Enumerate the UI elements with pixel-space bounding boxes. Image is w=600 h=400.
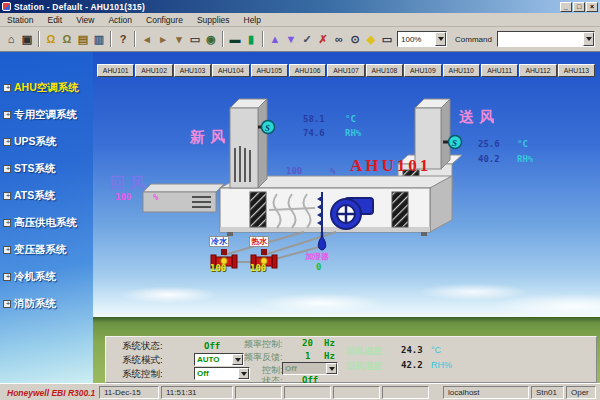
menu-view[interactable]: View bbox=[69, 15, 101, 25]
tree-expand-icon bbox=[3, 138, 11, 146]
connect-station-icon[interactable]: ⌂ bbox=[3, 31, 19, 48]
zoom-magnifier-icon[interactable]: ⊙ bbox=[347, 31, 363, 48]
sidebar-item-ats-system[interactable]: ATS系统 bbox=[3, 187, 93, 205]
tree-expand-icon bbox=[3, 246, 11, 254]
return-temp-value: 24.3 bbox=[401, 345, 423, 355]
return-temp-label: 回风温度: bbox=[346, 345, 385, 358]
network-monitor-icon[interactable]: ▬ bbox=[227, 31, 243, 48]
sidebar-item-ups-system[interactable]: UPS系统 bbox=[3, 133, 93, 151]
fresh-air-rh: 74.6 bbox=[303, 128, 325, 138]
system-status-icon[interactable]: ▥ bbox=[91, 31, 107, 48]
menu-configure[interactable]: Configure bbox=[139, 15, 190, 25]
accept-icon[interactable]: ✓ bbox=[299, 31, 315, 48]
statusbar-empty-3 bbox=[333, 386, 380, 399]
tab-ahu106[interactable]: AHU106 bbox=[289, 64, 326, 77]
ahu-diagram: S S bbox=[93, 52, 600, 383]
system-status-value: Off bbox=[204, 341, 220, 351]
station-display-icon[interactable]: ▣ bbox=[19, 31, 35, 48]
alarm-ack-icon[interactable]: Ω bbox=[59, 31, 75, 48]
sensor-icon: S bbox=[262, 121, 275, 134]
menu-edit[interactable]: Edit bbox=[40, 15, 69, 25]
locate-diamond-icon[interactable]: ◆ bbox=[363, 31, 379, 48]
chevron-down-icon[interactable] bbox=[583, 32, 594, 46]
sidebar-item-ahu-ac-system[interactable]: AHU空调系统 bbox=[3, 79, 93, 97]
command-label: Command bbox=[455, 35, 492, 44]
control-select[interactable]: Off bbox=[282, 362, 338, 375]
system-status-label: 系统状态: bbox=[122, 340, 163, 353]
help-icon[interactable]: ? bbox=[115, 31, 131, 48]
raise-icon[interactable]: ▲ bbox=[267, 31, 283, 48]
tab-ahu102[interactable]: AHU102 bbox=[135, 64, 172, 77]
system-control-select[interactable]: Off bbox=[194, 367, 250, 380]
associated-page-icon[interactable]: ▾ bbox=[171, 31, 187, 48]
sidebar-item-hv-power-system[interactable]: 高压供电系统 bbox=[3, 214, 93, 232]
menu-station[interactable]: Station bbox=[0, 15, 40, 25]
tab-ahu103[interactable]: AHU103 bbox=[174, 64, 211, 77]
command-input[interactable] bbox=[497, 31, 595, 47]
tab-ahu111[interactable]: AHU111 bbox=[481, 64, 518, 77]
tree-expand-icon bbox=[3, 192, 11, 200]
tab-ahu113[interactable]: AHU113 bbox=[558, 64, 595, 77]
statusbar-host: localhost bbox=[443, 386, 529, 399]
tab-ahu105[interactable]: AHU105 bbox=[251, 64, 288, 77]
capture-icon[interactable]: ◉ bbox=[203, 31, 219, 48]
sidebar-item-chiller-system[interactable]: 冷机系统 bbox=[3, 268, 93, 286]
chevron-down-icon[interactable] bbox=[435, 32, 446, 46]
title-bar: Station - Default - AHU101(315) _ □ × bbox=[0, 0, 600, 13]
status-label: 状态: bbox=[262, 375, 283, 383]
return-temp-unit: °C bbox=[431, 345, 441, 355]
humidifier-label: 加湿器 bbox=[305, 251, 329, 262]
tab-ahu107[interactable]: AHU107 bbox=[327, 64, 364, 77]
tab-ahu109[interactable]: AHU109 bbox=[404, 64, 441, 77]
chevron-down-icon[interactable] bbox=[232, 354, 243, 365]
fresh-damper-unit: % bbox=[330, 166, 335, 176]
sidebar-item-fire-system[interactable]: 消防系统 bbox=[3, 295, 93, 313]
menu-action[interactable]: Action bbox=[101, 15, 139, 25]
close-button[interactable]: × bbox=[586, 2, 598, 12]
statusbar-empty-2 bbox=[284, 386, 331, 399]
return-rh-value: 42.2 bbox=[401, 360, 423, 370]
tab-ahu112[interactable]: AHU112 bbox=[519, 64, 556, 77]
filter-section bbox=[392, 192, 408, 227]
reject-icon[interactable]: ✗ bbox=[315, 31, 331, 48]
zoom-select[interactable]: 100% bbox=[397, 31, 447, 47]
tree-expand-icon bbox=[3, 84, 11, 92]
fresh-air-duct bbox=[230, 99, 267, 188]
sidebar-item-label: 消防系统 bbox=[14, 297, 56, 311]
statusbar-station: Stn01 bbox=[531, 386, 564, 399]
sidebar-item-label: 变压器系统 bbox=[14, 243, 67, 257]
page-forward-icon[interactable]: ▸ bbox=[155, 31, 171, 48]
chevron-down-icon[interactable] bbox=[238, 368, 249, 379]
minimize-button[interactable]: _ bbox=[560, 2, 572, 12]
tab-ahu101[interactable]: AHU101 bbox=[97, 64, 134, 77]
tab-ahu110[interactable]: AHU110 bbox=[443, 64, 480, 77]
menu-supplies[interactable]: Supplies bbox=[190, 15, 237, 25]
trend-bars-icon[interactable]: ▮ bbox=[243, 31, 259, 48]
tab-ahu104[interactable]: AHU104 bbox=[212, 64, 249, 77]
system-mode-select[interactable]: AUTO bbox=[194, 353, 244, 366]
binoculars-search-icon[interactable]: ∞ bbox=[331, 31, 347, 48]
maximize-button[interactable]: □ bbox=[573, 2, 585, 12]
supply-air-rh: 40.2 bbox=[478, 154, 500, 164]
chevron-down-icon[interactable] bbox=[326, 363, 337, 374]
tree-expand-icon bbox=[3, 111, 11, 119]
alarm-page-icon[interactable]: Ω bbox=[43, 31, 59, 48]
menu-help[interactable]: Help bbox=[237, 15, 268, 25]
system-control-value: Off bbox=[195, 368, 238, 379]
toolbar-icons: ⌂▣ΩΩ▤▥?◂▸▾▭◉▬▮▲▼✓✗∞⊙◆▭ bbox=[3, 31, 395, 48]
sidebar-item-dedicated-ac-system[interactable]: 专用空调系统 bbox=[3, 106, 93, 124]
sidebar-item-label: ATS系统 bbox=[14, 189, 55, 203]
print-icon[interactable]: ▭ bbox=[187, 31, 203, 48]
view-monitor-icon[interactable]: ▭ bbox=[379, 31, 395, 48]
message-page-icon[interactable]: ▤ bbox=[75, 31, 91, 48]
sidebar-item-transformer-system[interactable]: 变压器系统 bbox=[3, 241, 93, 259]
page-back-icon[interactable]: ◂ bbox=[139, 31, 155, 48]
station-window: Station - Default - AHU101(315) _ □ × St… bbox=[0, 0, 600, 400]
tree-expand-icon bbox=[3, 273, 11, 281]
control-panel: 系统状态: 系统模式: 系统控制: Off AUTO Off 频率控制: 频率反… bbox=[105, 336, 597, 383]
sidebar-item-sts-system[interactable]: STS系统 bbox=[3, 160, 93, 178]
zoom-value: 100% bbox=[398, 35, 435, 44]
return-rh-unit: RH% bbox=[431, 360, 452, 370]
lower-icon[interactable]: ▼ bbox=[283, 31, 299, 48]
tab-ahu108[interactable]: AHU108 bbox=[366, 64, 403, 77]
